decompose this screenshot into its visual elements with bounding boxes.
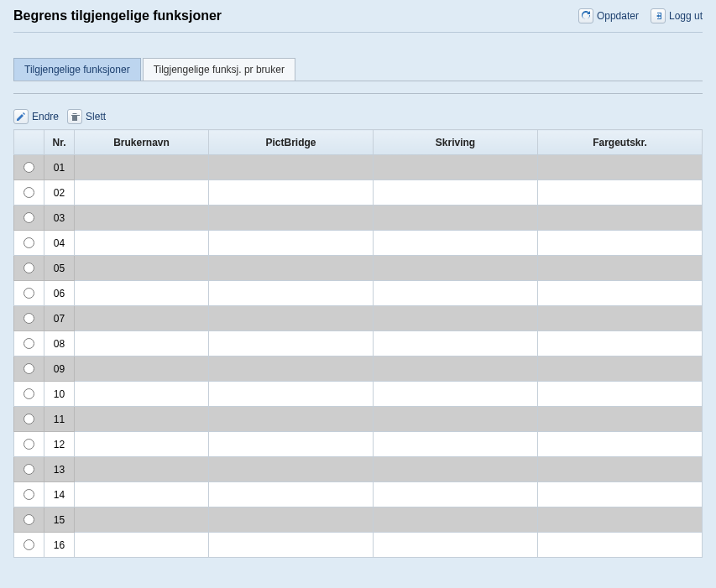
row-select-cell: [14, 432, 44, 457]
row-printing: [374, 407, 538, 432]
row-nr: 03: [44, 206, 75, 231]
row-username: [75, 382, 209, 407]
edit-label: Endre: [32, 111, 59, 122]
table-row: 12: [14, 432, 703, 457]
row-pictbridge: [209, 206, 374, 231]
row-select-radio[interactable]: [24, 464, 34, 475]
row-username: [75, 256, 209, 281]
row-pictbridge: [209, 457, 374, 482]
row-select-radio[interactable]: [24, 237, 34, 248]
row-select-radio[interactable]: [24, 338, 34, 349]
row-printing: [374, 180, 538, 206]
row-pictbridge: [209, 482, 374, 507]
table-row: 05: [14, 256, 703, 281]
row-select-cell: [14, 356, 44, 382]
page-container: Begrens tilgjengelige funksjoner Oppdate…: [0, 0, 716, 588]
row-printing: [374, 306, 538, 331]
row-pictbridge: [209, 382, 374, 407]
edit-button[interactable]: Endre: [13, 109, 59, 124]
row-pictbridge: [209, 231, 374, 256]
row-colorprint: [538, 231, 703, 256]
header-select: [14, 130, 44, 155]
row-pictbridge: [209, 281, 374, 306]
row-select-cell: [14, 281, 44, 306]
row-pictbridge: [209, 432, 374, 457]
row-colorprint: [538, 432, 703, 457]
row-printing: [374, 256, 538, 281]
row-colorprint: [538, 155, 703, 180]
row-select-cell: [14, 482, 44, 507]
row-select-radio[interactable]: [24, 288, 34, 299]
row-select-radio[interactable]: [24, 514, 34, 525]
row-select-radio[interactable]: [24, 489, 34, 500]
tab-available-per-user[interactable]: Tilgjengelige funksj. pr bruker: [143, 58, 295, 81]
tab-available-functions[interactable]: Tilgjengelige funksjoner: [13, 58, 141, 81]
logout-button[interactable]: Logg ut: [651, 8, 703, 23]
row-nr: 16: [44, 533, 75, 558]
row-username: [75, 533, 209, 558]
header: Begrens tilgjengelige funksjoner Oppdate…: [13, 8, 703, 33]
row-select-radio[interactable]: [24, 187, 34, 198]
row-select-cell: [14, 206, 44, 231]
header-printing: Skriving: [374, 130, 538, 155]
row-nr: 02: [44, 180, 75, 206]
tabs: Tilgjengelige funksjoner Tilgjengelige f…: [13, 58, 703, 81]
row-username: [75, 432, 209, 457]
row-colorprint: [538, 331, 703, 356]
row-nr: 07: [44, 306, 75, 331]
row-select-cell: [14, 382, 44, 407]
table-row: 11: [14, 407, 703, 432]
row-select-cell: [14, 507, 44, 533]
row-username: [75, 306, 209, 331]
row-printing: [374, 432, 538, 457]
header-username: Brukernavn: [75, 130, 209, 155]
table-row: 07: [14, 306, 703, 331]
row-printing: [374, 231, 538, 256]
update-button[interactable]: Oppdater: [578, 8, 639, 23]
row-select-radio[interactable]: [24, 162, 34, 173]
table-row: 16: [14, 533, 703, 558]
row-select-cell: [14, 331, 44, 356]
row-nr: 09: [44, 356, 75, 382]
delete-label: Slett: [86, 111, 106, 122]
row-select-cell: [14, 155, 44, 180]
table-row: 13: [14, 457, 703, 482]
row-select-cell: [14, 256, 44, 281]
row-username: [75, 482, 209, 507]
table-row: 15: [14, 507, 703, 533]
page-title: Begrens tilgjengelige funksjoner: [13, 8, 222, 23]
row-select-cell: [14, 231, 44, 256]
row-select-radio[interactable]: [24, 388, 34, 399]
row-select-radio[interactable]: [24, 439, 34, 450]
row-nr: 12: [44, 432, 75, 457]
row-username: [75, 231, 209, 256]
update-label: Oppdater: [597, 10, 639, 22]
logout-icon: [651, 8, 666, 23]
row-select-radio[interactable]: [24, 212, 34, 223]
trash-icon: [67, 109, 82, 124]
row-colorprint: [538, 356, 703, 382]
row-select-radio[interactable]: [24, 539, 34, 550]
row-nr: 14: [44, 482, 75, 507]
row-select-radio[interactable]: [24, 414, 34, 424]
toolbar: Endre Slett: [13, 109, 703, 124]
row-nr: 01: [44, 155, 75, 180]
logout-label: Logg ut: [669, 10, 703, 22]
row-colorprint: [538, 382, 703, 407]
row-select-radio[interactable]: [24, 263, 34, 273]
row-colorprint: [538, 533, 703, 558]
row-pictbridge: [209, 306, 374, 331]
table-row: 09: [14, 356, 703, 382]
delete-button[interactable]: Slett: [67, 109, 106, 124]
row-select-cell: [14, 306, 44, 331]
table-row: 02: [14, 180, 703, 206]
row-printing: [374, 507, 538, 533]
row-pictbridge: [209, 533, 374, 558]
row-printing: [374, 482, 538, 507]
row-colorprint: [538, 180, 703, 206]
row-nr: 08: [44, 331, 75, 356]
row-select-radio[interactable]: [24, 363, 34, 374]
table-row: 06: [14, 281, 703, 306]
row-select-radio[interactable]: [24, 313, 34, 324]
pencil-icon: [13, 109, 29, 124]
